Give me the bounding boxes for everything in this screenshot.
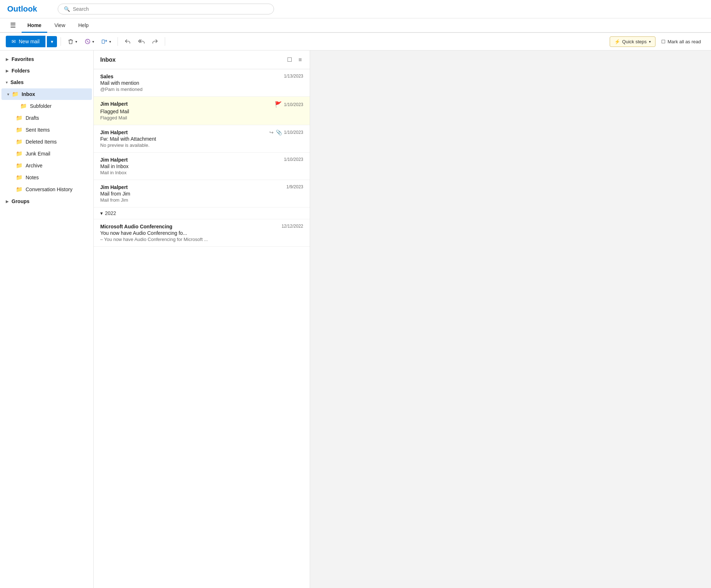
folders-label: Folders (12, 68, 30, 74)
email-preview: – You now have Audio Conferencing for Mi… (100, 237, 303, 242)
svg-line-1 (87, 40, 88, 42)
sidebar-item-junk[interactable]: 📁 Junk Email (1, 148, 92, 159)
favorites-label: Favorites (12, 56, 34, 62)
new-mail-button[interactable]: ✉ New mail (6, 36, 45, 47)
email-date: 1/10/2023 (284, 130, 303, 135)
nav-view[interactable]: View (49, 19, 71, 33)
sent-label: Sent Items (26, 127, 50, 133)
flag-icon: 🚩 (275, 101, 282, 108)
junk-icon: 📁 (16, 150, 23, 157)
new-mail-dropdown-button[interactable]: ▾ (47, 36, 57, 47)
search-input[interactable] (73, 6, 268, 12)
reply-button[interactable] (122, 36, 134, 47)
email-meta: 🚩 1/10/2023 (275, 101, 303, 108)
junk-label: Junk Email (26, 151, 50, 157)
groups-group[interactable]: ▶ Groups (0, 196, 93, 207)
year-label: 2022 (105, 210, 116, 216)
main-layout: ▶ Favorites ▶ Folders ▾ Sales ▾ 📁 Inbox … (0, 51, 711, 588)
sales-chevron: ▾ (6, 80, 8, 84)
sidebar: ▶ Favorites ▶ Folders ▾ Sales ▾ 📁 Inbox … (0, 51, 94, 588)
email-item[interactable]: Sales 1/13/2023 Mail with mention @Pam i… (94, 69, 310, 97)
mark-read-icon: ☐ (661, 39, 666, 44)
email-date: 1/10/2023 (284, 157, 303, 162)
inbox-folder-icon: 📁 (12, 91, 19, 97)
year-chevron: ▾ (100, 210, 103, 216)
email-item-header: Jim Halpert 1/9/2023 (100, 184, 303, 190)
conv-history-icon: 📁 (16, 186, 23, 193)
email-item[interactable]: Jim Halpert 🚩 1/10/2023 Flagged Mail Fla… (94, 97, 310, 125)
favorites-group[interactable]: ▶ Favorites (0, 53, 93, 65)
sidebar-item-deleted[interactable]: 📁 Deleted Items (1, 136, 92, 148)
email-date: 1/9/2023 (286, 184, 303, 189)
email-sender: Jim Halpert (100, 184, 128, 190)
junk-button[interactable]: ▾ (81, 36, 97, 47)
sidebar-item-notes[interactable]: 📁 Notes (1, 172, 92, 183)
junk-chevron: ▾ (92, 40, 94, 44)
sidebar-item-subfolder[interactable]: 📁 Subfolder (1, 100, 92, 112)
folders-chevron: ▶ (6, 69, 9, 73)
svg-rect-2 (102, 40, 104, 44)
email-item-header: Jim Halpert 🚩 1/10/2023 (100, 101, 303, 108)
email-subject: Fw: Mail with Attachment (100, 136, 303, 142)
nav-help[interactable]: Help (72, 19, 94, 33)
sidebar-item-drafts[interactable]: 📁 Drafts (1, 112, 92, 124)
email-subject: You now have Audio Conferencing fo... (100, 230, 303, 236)
inbox-title: Inbox (100, 57, 116, 63)
quick-steps-label: Quick steps (622, 39, 647, 44)
email-preview: Mail from Jim (100, 197, 303, 203)
mark-all-read-button[interactable]: ☐ Mark all as read (657, 37, 705, 47)
email-subject: Mail in Inbox (100, 163, 303, 169)
inbox-header-actions: ☐ ≡ (286, 56, 303, 64)
new-mail-icon: ✉ (12, 39, 16, 44)
email-item[interactable]: Microsoft Audio Conferencing 12/12/2022 … (94, 219, 310, 247)
sidebar-item-sent[interactable]: 📁 Sent Items (1, 124, 92, 136)
inbox-header: Inbox ☐ ≡ (94, 51, 310, 69)
move-button[interactable]: ▾ (98, 36, 114, 47)
mark-all-read-label: Mark all as read (668, 39, 701, 44)
subfolder-label: Subfolder (30, 103, 52, 109)
reply-all-button[interactable] (135, 36, 147, 47)
email-item[interactable]: Jim Halpert 1/10/2023 Mail in Inbox Mail… (94, 153, 310, 180)
email-item-header: Sales 1/13/2023 (100, 74, 303, 79)
drafts-label: Drafts (26, 115, 39, 121)
sidebar-item-conversation-history[interactable]: 📁 Conversation History (1, 184, 92, 195)
email-preview: No preview is available. (100, 142, 303, 148)
quick-steps-button[interactable]: ⚡ Quick steps ▾ (610, 36, 655, 47)
email-list: Sales 1/13/2023 Mail with mention @Pam i… (94, 69, 310, 588)
email-sender: Microsoft Audio Conferencing (100, 224, 172, 229)
year-divider: ▾ 2022 (94, 207, 310, 219)
chevron-down-icon: ▾ (51, 39, 53, 44)
email-item[interactable]: Jim Halpert 1/9/2023 Mail from Jim Mail … (94, 180, 310, 207)
email-preview: Flagged Mail (100, 115, 303, 120)
inbox-label: Inbox (22, 91, 35, 97)
new-mail-label: New mail (19, 39, 40, 44)
email-sender: Jim Halpert (100, 101, 128, 107)
deleted-icon: 📁 (16, 139, 23, 145)
archive-icon: 📁 (16, 162, 23, 169)
forward-icon: ↪ (269, 130, 274, 135)
nav-home[interactable]: Home (22, 19, 47, 33)
forward-button[interactable] (149, 36, 161, 47)
sidebar-item-archive[interactable]: 📁 Archive (1, 160, 92, 171)
email-date: 1/13/2023 (284, 74, 303, 79)
attachment-icon: 📎 (276, 130, 282, 135)
favorites-chevron: ▶ (6, 57, 9, 61)
sidebar-item-inbox[interactable]: ▾ 📁 Inbox (1, 88, 92, 100)
email-subject: Mail from Jim (100, 191, 303, 197)
outlook-logo: Outlook (7, 4, 50, 14)
folders-group[interactable]: ▶ Folders (0, 65, 93, 76)
sort-button[interactable]: ≡ (297, 56, 303, 64)
select-all-button[interactable]: ☐ (286, 56, 293, 64)
deleted-label: Deleted Items (26, 139, 57, 145)
delete-button[interactable]: ▾ (65, 36, 80, 47)
email-item[interactable]: Jim Halpert ↪ 📎 1/10/2023 Fw: Mail with … (94, 125, 310, 153)
groups-chevron: ▶ (6, 199, 9, 203)
email-pane: Inbox ☐ ≡ Sales 1/13/2023 Mail with ment… (94, 51, 310, 588)
sales-group[interactable]: ▾ Sales (0, 76, 93, 88)
hamburger-icon[interactable]: ☰ (6, 18, 20, 32)
toolbar-right-group: ⚡ Quick steps ▾ ☐ Mark all as read (610, 36, 705, 47)
search-bar[interactable]: 🔍 (58, 4, 274, 14)
subfolder-icon: 📁 (20, 103, 27, 109)
toolbar-separator-1 (61, 37, 61, 46)
toolbar-separator-3 (165, 37, 165, 46)
